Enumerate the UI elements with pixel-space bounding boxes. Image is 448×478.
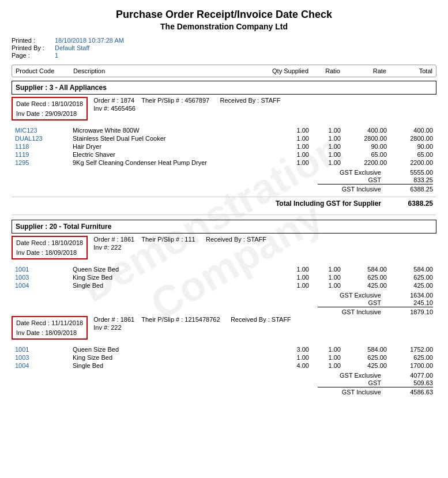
section-divider bbox=[12, 214, 436, 215]
product-code: 1001 bbox=[15, 346, 73, 353]
product-description: Queen Size Bed bbox=[73, 346, 263, 353]
table-row: 1003 King Size Bed 1.00 1.00 625.00 625.… bbox=[12, 273, 436, 281]
product-code: 1001 bbox=[15, 266, 73, 273]
supplier-header-0: Supplier : 3 - All Appliances bbox=[12, 81, 436, 95]
printed-by-value: Default Staff bbox=[55, 44, 89, 51]
order-num: Order # : 1861 bbox=[93, 236, 134, 243]
product-rate: 2200.00 bbox=[341, 159, 387, 166]
col-ratio: Ratio bbox=[308, 67, 340, 74]
product-total: 2200.00 bbox=[387, 159, 433, 166]
supplier-section-0: Supplier : 3 - All AppliancesDate Recd :… bbox=[12, 81, 436, 208]
product-rate: 425.00 bbox=[341, 362, 387, 369]
subtotal-section-0-0: GST Exclusive 5555.00 GST 833.25 GST Inc… bbox=[12, 169, 436, 193]
product-description: Hair Dryer bbox=[73, 143, 263, 150]
product-rate: 584.00 bbox=[341, 266, 387, 273]
product-qty: 1.00 bbox=[263, 282, 309, 289]
table-row: 1001 Queen Size Bed 1.00 1.00 584.00 584… bbox=[12, 265, 436, 273]
gst-row: GST 509.63 bbox=[318, 379, 433, 386]
product-rate: 425.00 bbox=[341, 282, 387, 289]
gst-inclusive-row: GST Inclusive 1879.10 bbox=[318, 307, 433, 315]
product-code: DUAL123 bbox=[15, 135, 73, 142]
product-description: Queen Size Bed bbox=[73, 266, 263, 273]
product-description: Single Bed bbox=[73, 282, 263, 289]
product-rate: 400.00 bbox=[341, 127, 387, 134]
product-code: 1004 bbox=[15, 362, 73, 369]
gst-label: GST bbox=[318, 299, 387, 306]
product-code: MIC123 bbox=[15, 127, 73, 134]
product-qty: 1.00 bbox=[263, 274, 309, 281]
gst-exclusive-value: 4077.00 bbox=[387, 372, 433, 379]
product-rate: 65.00 bbox=[341, 151, 387, 158]
supplier-total-row-0: Total Including GST for Supplier 6388.25 bbox=[12, 197, 436, 208]
product-description: 9Kg Self Cleaning Condenser Heat Pump Dr… bbox=[73, 159, 263, 166]
report-subtitle: The Demonstration Company Ltd bbox=[12, 22, 436, 31]
product-code: 1118 bbox=[15, 143, 73, 150]
order-info-row-1-1: Date Recd : 11/11/2018Inv Date : 18/09/2… bbox=[12, 316, 436, 342]
product-qty: 1.00 bbox=[263, 127, 309, 134]
subtotal-section-1-1: GST Exclusive 4077.00 GST 509.63 GST Inc… bbox=[12, 372, 436, 396]
gst-inclusive-label: GST Inclusive bbox=[318, 389, 387, 396]
table-row: 1003 King Size Bed 1.00 1.00 625.00 625.… bbox=[12, 353, 436, 362]
gst-row: GST 833.25 bbox=[318, 176, 433, 183]
pslip: Their P/Slip # : 4567897 bbox=[141, 97, 209, 104]
product-qty: 1.00 bbox=[263, 354, 309, 361]
product-qty: 1.00 bbox=[263, 151, 309, 158]
gst-exclusive-label: GST Exclusive bbox=[318, 292, 387, 299]
gst-inclusive-value: 4586.63 bbox=[387, 389, 433, 396]
product-qty: 3.00 bbox=[263, 346, 309, 353]
product-rate: 90.00 bbox=[341, 143, 387, 150]
gst-value: 509.63 bbox=[387, 379, 433, 386]
table-row: 1004 Single Bed 1.00 1.00 425.00 425.00 bbox=[12, 281, 436, 289]
gst-exclusive-row: GST Exclusive 4077.00 bbox=[318, 372, 433, 379]
product-ratio: 1.00 bbox=[309, 143, 341, 150]
table-row: 1119 Electric Shaver 1.00 1.00 65.00 65.… bbox=[12, 150, 436, 159]
gst-exclusive-label: GST Exclusive bbox=[318, 372, 387, 379]
order-details-1-1: Order # : 1861 Their P/Slip # : 12154787… bbox=[88, 316, 436, 332]
product-ratio: 1.00 bbox=[309, 135, 341, 142]
inv-num: Inv #: 222 bbox=[93, 324, 121, 331]
col-product-code: Product Code bbox=[16, 67, 73, 74]
suppliers-container: Supplier : 3 - All AppliancesDate Recd :… bbox=[12, 81, 436, 396]
column-headers: Product Code Description Qty Supplied Ra… bbox=[12, 65, 436, 77]
product-code: 1004 bbox=[15, 282, 73, 289]
supplier-section-1: Supplier : 20 - Total FurnitureDate Recd… bbox=[12, 220, 436, 396]
product-ratio: 1.00 bbox=[309, 354, 341, 361]
product-description: Electric Shaver bbox=[73, 151, 263, 158]
supplier-total-value: 6388.25 bbox=[387, 200, 433, 208]
product-rate: 584.00 bbox=[341, 346, 387, 353]
order-line-bottom: Inv #: 222 bbox=[93, 244, 436, 251]
product-total: 625.00 bbox=[387, 354, 433, 361]
order-line-bottom: Inv #: 222 bbox=[93, 324, 436, 331]
subtotal-section-1-0: GST Exclusive 1634.00 GST 245.10 GST Inc… bbox=[12, 292, 436, 316]
product-description: King Size Bed bbox=[73, 274, 263, 281]
product-code: 1003 bbox=[15, 354, 73, 361]
gst-row: GST 245.10 bbox=[318, 299, 433, 306]
gst-label: GST bbox=[318, 176, 387, 183]
table-row: 1001 Queen Size Bed 3.00 1.00 584.00 175… bbox=[12, 345, 436, 353]
order-line-bottom: Inv #: 4565456 bbox=[93, 105, 436, 112]
gst-inclusive-value: 6388.25 bbox=[387, 186, 433, 193]
gst-exclusive-value: 5555.00 bbox=[387, 169, 433, 176]
product-total: 400.00 bbox=[387, 127, 433, 134]
product-rate: 2800.00 bbox=[341, 135, 387, 142]
gst-value: 245.10 bbox=[387, 299, 433, 306]
gst-exclusive-row: GST Exclusive 5555.00 bbox=[318, 169, 433, 176]
product-total: 625.00 bbox=[387, 274, 433, 281]
product-total: 2800.00 bbox=[387, 135, 433, 142]
received-by: Received By : STAFF bbox=[206, 236, 266, 243]
table-row: 1118 Hair Dryer 1.00 1.00 90.00 90.00 bbox=[12, 142, 436, 150]
product-rate: 625.00 bbox=[341, 274, 387, 281]
product-total: 425.00 bbox=[387, 282, 433, 289]
gst-inclusive-row: GST Inclusive 6388.25 bbox=[318, 184, 433, 193]
gst-inclusive-label: GST Inclusive bbox=[318, 186, 387, 193]
product-qty: 1.00 bbox=[263, 135, 309, 142]
received-by: Received By : STAFF bbox=[220, 97, 281, 104]
product-code: 1003 bbox=[15, 274, 73, 281]
date-block-0-0: Date Recd : 18/10/2018Inv Date : 29/09/2… bbox=[12, 97, 88, 121]
supplier-header-1: Supplier : 20 - Total Furniture bbox=[12, 220, 436, 234]
page-label: Page : bbox=[12, 52, 55, 59]
product-qty: 1.00 bbox=[263, 159, 309, 166]
received-by: Received By : STAFF bbox=[231, 316, 291, 323]
inv-num: Inv #: 222 bbox=[93, 244, 121, 251]
gst-inclusive-row: GST Inclusive 4586.63 bbox=[318, 387, 433, 396]
